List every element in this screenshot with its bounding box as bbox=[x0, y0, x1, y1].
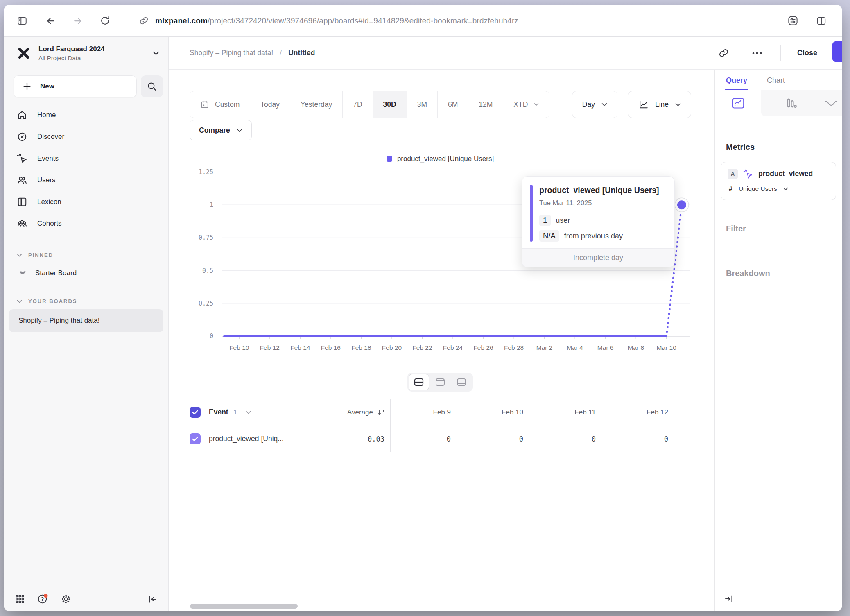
plus-icon bbox=[23, 82, 31, 91]
forward-icon[interactable] bbox=[69, 12, 87, 30]
address-bar[interactable]: mixpanel.com/project/3472420/view/397469… bbox=[139, 16, 518, 25]
sidebar-item-discover[interactable]: Discover bbox=[4, 126, 168, 147]
row-average-value: 0.03 bbox=[368, 435, 384, 443]
new-button[interactable]: New bbox=[14, 75, 137, 97]
chart-style-dropdown[interactable]: Line bbox=[628, 91, 691, 118]
browser-extensions-icon[interactable] bbox=[784, 12, 802, 30]
row-event-name: product_viewed [Uniq... bbox=[209, 435, 284, 443]
svg-text:Mar 8: Mar 8 bbox=[628, 344, 644, 351]
row-day-value: 0 bbox=[463, 426, 536, 452]
svg-text:Feb 28: Feb 28 bbox=[504, 344, 524, 351]
table-header-row: Event 1 Average Feb 9 F bbox=[190, 399, 714, 426]
sidebar-item-users[interactable]: Users bbox=[4, 169, 168, 191]
compare-dropdown[interactable]: Compare bbox=[190, 120, 252, 140]
sidebar-item-board-shopify[interactable]: Shopify – Piping that data! bbox=[9, 309, 163, 332]
calendar-icon bbox=[200, 100, 209, 109]
range-yesterday[interactable]: Yesterday bbox=[290, 91, 343, 118]
chevron-down-icon bbox=[153, 51, 159, 55]
chart-tooltip: product_viewed [Unique Users] Tue Mar 11… bbox=[522, 176, 675, 267]
close-button[interactable]: Close bbox=[797, 49, 817, 57]
row-checkbox[interactable] bbox=[190, 433, 201, 444]
metric-card[interactable]: A product_viewed # Unique Users bbox=[721, 162, 836, 200]
layout-table-only-icon[interactable] bbox=[451, 374, 472, 390]
report-canvas: Custom Today Yesterday 7D 30D 3M 6M 12M … bbox=[169, 70, 714, 611]
chevron-down-icon bbox=[534, 103, 539, 106]
range-3m[interactable]: 3M bbox=[407, 91, 438, 118]
horizontal-scrollbar-thumb[interactable] bbox=[190, 604, 298, 609]
svg-text:Mar 10: Mar 10 bbox=[657, 344, 677, 351]
svg-text:Feb 16: Feb 16 bbox=[321, 344, 341, 351]
apps-grid-icon[interactable] bbox=[15, 594, 25, 604]
metrics-section-label: Metrics bbox=[726, 143, 842, 152]
granularity-dropdown[interactable]: Day bbox=[572, 91, 617, 118]
tooltip-footer: Incomplete day bbox=[522, 248, 674, 267]
browser-sidebar-toggle-icon[interactable] bbox=[13, 12, 31, 30]
split-view-icon[interactable] bbox=[812, 12, 830, 30]
collapse-panel-icon[interactable] bbox=[724, 594, 734, 604]
sort-icon[interactable] bbox=[377, 409, 384, 416]
chevron-down-icon bbox=[675, 103, 681, 106]
tooltip-delta-label: from previous day bbox=[564, 232, 623, 240]
search-button[interactable] bbox=[141, 75, 163, 97]
line-chart[interactable]: 00.250.50.7511.25Feb 10Feb 12Feb 14Feb 1… bbox=[186, 165, 694, 353]
range-12m[interactable]: 12M bbox=[468, 91, 503, 118]
metric-aggregation-dropdown[interactable]: # Unique Users bbox=[728, 185, 830, 192]
more-options-icon[interactable] bbox=[752, 52, 762, 55]
workspace-switcher[interactable]: Lord Farquaad 2024 All Project Data bbox=[4, 37, 168, 61]
chevron-down-icon bbox=[17, 300, 22, 303]
breadcrumb: Shopify – Piping that data! / Untitled bbox=[190, 49, 315, 57]
report-type-tabs bbox=[715, 90, 842, 116]
range-6m[interactable]: 6M bbox=[438, 91, 468, 118]
svg-text:0.75: 0.75 bbox=[199, 234, 213, 241]
breakdown-section-label[interactable]: Breakdown bbox=[726, 269, 842, 278]
home-icon bbox=[17, 110, 27, 120]
range-custom[interactable]: Custom bbox=[190, 91, 250, 118]
breadcrumb-board[interactable]: Shopify – Piping that data! bbox=[190, 49, 273, 57]
settings-gear-icon[interactable] bbox=[61, 594, 71, 605]
range-xtd[interactable]: XTD bbox=[503, 91, 549, 118]
sidebar-item-starter-board[interactable]: Starter Board bbox=[4, 262, 168, 284]
svg-text:Feb 22: Feb 22 bbox=[412, 344, 432, 351]
table-row[interactable]: product_viewed [Uniq... 0.03 0 0 0 0 bbox=[190, 426, 714, 452]
line-chart-icon bbox=[638, 100, 649, 110]
average-column-label[interactable]: Average bbox=[347, 408, 373, 417]
save-button-partial[interactable] bbox=[832, 41, 842, 62]
pinned-section-header[interactable]: PINNED bbox=[4, 252, 168, 258]
retention-report-tab[interactable] bbox=[821, 90, 842, 116]
select-all-checkbox[interactable] bbox=[190, 407, 201, 418]
sidebar-item-cohorts[interactable]: Cohorts bbox=[4, 213, 168, 234]
range-30d-selected[interactable]: 30D bbox=[373, 91, 407, 118]
svg-text:Feb 12: Feb 12 bbox=[260, 344, 280, 351]
funnels-report-tab[interactable] bbox=[761, 90, 821, 116]
your-boards-section-header[interactable]: YOUR BOARDS bbox=[4, 298, 168, 304]
insights-report-tab[interactable] bbox=[715, 90, 761, 116]
chevron-down-icon bbox=[783, 187, 788, 190]
svg-text:0: 0 bbox=[210, 333, 213, 340]
copy-link-icon[interactable] bbox=[719, 48, 729, 58]
day-column-label: Feb 11 bbox=[536, 399, 608, 426]
sidebar-item-home[interactable]: Home bbox=[4, 104, 168, 126]
svg-text:?: ? bbox=[41, 596, 44, 602]
filter-section-label[interactable]: Filter bbox=[726, 224, 842, 233]
tab-chart[interactable]: Chart bbox=[767, 76, 785, 90]
sidebar-item-events[interactable]: Events bbox=[4, 147, 168, 169]
sidebar-item-lexicon[interactable]: Lexicon bbox=[4, 191, 168, 213]
reload-icon[interactable] bbox=[96, 12, 114, 30]
chevron-down-icon[interactable] bbox=[246, 411, 251, 414]
back-icon[interactable] bbox=[42, 12, 60, 30]
day-column-label: Feb 9 bbox=[391, 399, 463, 426]
range-today[interactable]: Today bbox=[250, 91, 290, 118]
range-7d[interactable]: 7D bbox=[343, 91, 373, 118]
breadcrumb-report-title[interactable]: Untitled bbox=[288, 49, 315, 57]
collapse-sidebar-icon[interactable] bbox=[148, 594, 158, 604]
tooltip-series-bar bbox=[530, 185, 533, 242]
help-icon[interactable]: ? bbox=[37, 593, 48, 605]
chevron-down-icon bbox=[237, 129, 242, 132]
tooltip-value-unit: user bbox=[556, 216, 570, 225]
chevron-down-icon bbox=[601, 103, 607, 106]
breakdown-table: Event 1 Average Feb 9 F bbox=[190, 399, 714, 452]
layout-split-icon[interactable] bbox=[409, 374, 429, 390]
layout-chart-only-icon[interactable] bbox=[430, 374, 450, 390]
tab-query[interactable]: Query bbox=[726, 76, 747, 90]
svg-text:1: 1 bbox=[210, 201, 213, 208]
